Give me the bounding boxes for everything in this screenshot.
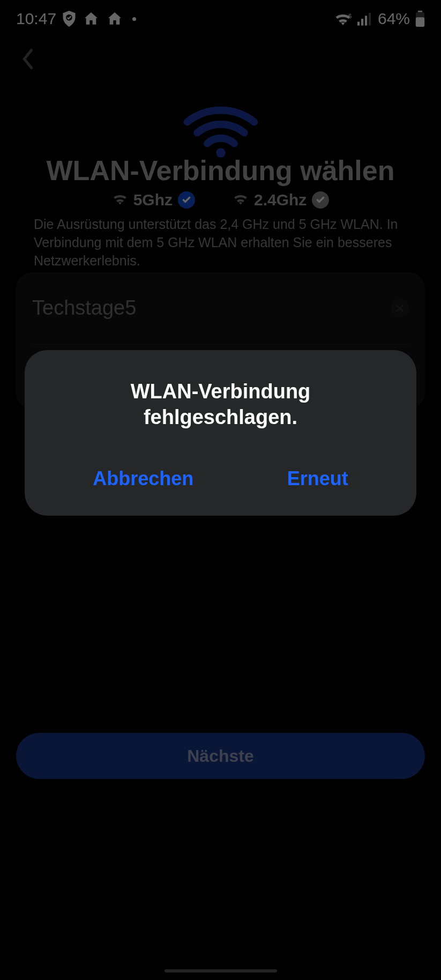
cancel-button[interactable]: Abbrechen	[82, 462, 204, 495]
modal-title: WLAN-Verbindung fehlgeschlagen.	[46, 379, 395, 430]
retry-button[interactable]: Erneut	[276, 462, 359, 495]
error-modal: WLAN-Verbindung fehlgeschlagen. Abbreche…	[25, 350, 416, 516]
